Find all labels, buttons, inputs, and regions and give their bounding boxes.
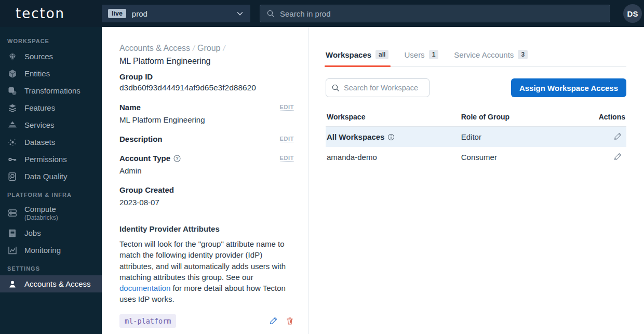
name-field: Name EDIT ML Platform Engineering [119,103,294,124]
idp-attribute-row: ml-platform [119,314,294,328]
sidebar-item-monitoring[interactable]: Monitoring [0,242,102,259]
info-icon[interactable] [387,133,395,141]
sidebar-item-label: Sources [24,52,53,61]
account-type-label: Account Type [119,154,170,163]
server-icon [7,208,18,218]
sidebar-section-platform: PLATFORM & INFRA [0,185,102,202]
sidebar-item-sublabel: (Databricks) [24,214,58,221]
sidebar: WORKSPACE Sources Entities Transformatio… [0,27,102,334]
chart-icon [7,245,18,256]
tecton-logo[interactable]: tecton [0,6,102,21]
account-type-field: Account Type ? EDIT Admin [119,154,294,175]
group-title: ML Platform Engineering [119,57,294,66]
doc-search-icon [7,171,18,182]
breadcrumb-accounts-access[interactable]: Accounts & Access [119,44,190,52]
topbar: tecton live prod DS [0,0,644,27]
role-of-group: Consumer [461,153,594,162]
idp-attributes-description: Tecton will look for the "group" attribu… [119,238,294,305]
workspace-search[interactable] [326,78,430,97]
sidebar-item-services[interactable]: Services [0,116,102,133]
gem-icon [7,51,18,62]
attribute-chip: ml-platform [119,314,176,328]
access-panel: Workspaces all Users 1 Service Accounts … [309,27,644,334]
help-icon[interactable]: ? [173,155,181,162]
group-created-field: Group Created 2023-08-07 [119,185,294,207]
sidebar-item-label: Permissions [24,155,67,164]
edit-role-icon[interactable] [613,152,622,161]
shapes-icon [7,86,18,96]
sidebar-item-label: Monitoring [24,246,61,255]
role-of-group: Editor [461,132,594,141]
sidebar-item-data-quality[interactable]: Data Quality [0,168,102,185]
sidebar-item-label: Entities [24,69,50,78]
sidebar-item-label: Features [24,103,55,112]
sidebar-item-label: Jobs [24,229,41,237]
sidebar-item-features[interactable]: Features [0,99,102,116]
table-header: Workspace Role of Group Actions [326,110,626,127]
tab-users[interactable]: Users 1 [404,50,438,66]
workspace-search-input[interactable] [344,84,424,92]
search-icon [331,84,340,92]
tab-workspaces-badge: all [375,50,388,59]
person-icon [7,279,18,289]
edit-role-icon[interactable] [613,132,622,141]
workspace-toolbar: Assign Workspace Access [326,78,626,97]
avatar[interactable]: DS [623,4,642,23]
sidebar-item-label: Accounts & Access [24,279,91,288]
tab-workspaces[interactable]: Workspaces all [326,50,388,66]
breadcrumb-group[interactable]: Group [197,44,220,52]
delete-attribute-icon[interactable] [286,317,294,325]
sidebar-item-transformations[interactable]: Transformations [0,82,102,99]
tab-service-accounts[interactable]: Service Accounts 3 [454,50,528,66]
edit-name-button[interactable]: EDIT [280,104,294,111]
group-detail-panel: Accounts & Access/Group/ ML Platform Eng… [102,27,309,334]
header-actions: Actions [594,113,625,121]
table-row: All Workspaces Editor [326,127,626,147]
workspace-name: All Workspaces [327,132,384,141]
name-value: ML Platform Engineering [119,115,294,124]
document-icon [7,228,18,238]
sidebar-item-sources[interactable]: Sources [0,48,102,65]
dots-icon [7,137,18,148]
header-workspace: Workspace [327,113,461,121]
group-id-value: d3db60f93d444914af9d65e3f2d88620 [119,83,294,92]
chevron-down-icon [236,9,244,18]
edit-attribute-icon[interactable] [269,316,278,325]
sidebar-item-entities[interactable]: Entities [0,65,102,82]
svg-text:?: ? [176,156,178,161]
workspace-table: Workspace Role of Group Actions All Work… [326,110,626,167]
tab-service-accounts-badge: 3 [518,50,528,59]
key-icon [7,154,18,165]
edit-description-button[interactable]: EDIT [280,136,294,142]
sidebar-section-settings: SETTINGS [0,259,102,275]
global-search-input[interactable] [280,9,603,18]
assign-workspace-access-button[interactable]: Assign Workspace Access [511,78,626,97]
description-label: Description [119,135,163,143]
sidebar-item-permissions[interactable]: Permissions [0,151,102,168]
tab-bar: Workspaces all Users 1 Service Accounts … [326,50,626,66]
sidebar-item-compute[interactable]: Compute (Databricks) [0,202,102,224]
breadcrumb: Accounts & Access/Group/ [119,44,294,53]
sidebar-item-jobs[interactable]: Jobs [0,224,102,242]
layers-icon [7,103,18,113]
sidebar-item-accounts-access[interactable]: Accounts & Access [0,275,102,292]
idp-attributes-heading: Identity Provider Attributes [119,224,294,233]
description-field: Description EDIT [119,135,294,143]
workspace-selector[interactable]: live prod [102,5,250,22]
edit-account-type-button[interactable]: EDIT [280,155,294,162]
sidebar-item-label: Compute (Databricks) [24,205,58,221]
table-row: amanda-demo Consumer [326,147,626,167]
global-search[interactable] [260,5,610,22]
search-icon [266,9,275,18]
account-type-value: Admin [119,166,294,175]
sidebar-item-label: Services [24,121,55,129]
pyramid-icon [7,120,18,130]
documentation-link[interactable]: documentation [119,284,170,292]
group-created-value: 2023-08-07 [119,198,294,207]
live-badge: live [108,9,126,18]
breadcrumb-separator: / [193,44,195,52]
sidebar-item-datasets[interactable]: Datasets [0,133,102,151]
cube-icon [7,69,18,79]
sidebar-item-label: Transformations [24,86,81,95]
group-id-label: Group ID [119,72,294,81]
